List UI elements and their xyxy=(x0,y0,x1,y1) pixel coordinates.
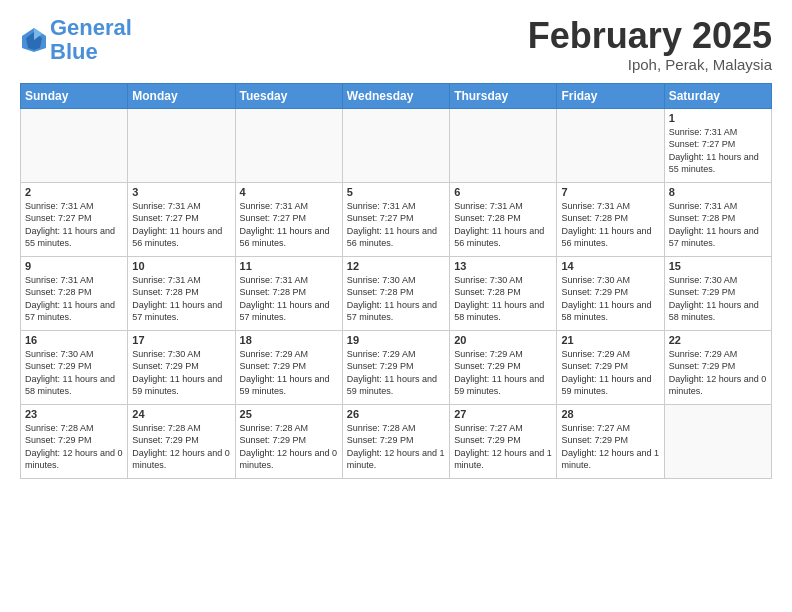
calendar-cell: 15Sunrise: 7:30 AM Sunset: 7:29 PM Dayli… xyxy=(664,256,771,330)
calendar-cell: 21Sunrise: 7:29 AM Sunset: 7:29 PM Dayli… xyxy=(557,330,664,404)
calendar-cell: 10Sunrise: 7:31 AM Sunset: 7:28 PM Dayli… xyxy=(128,256,235,330)
day-info: Sunrise: 7:29 AM Sunset: 7:29 PM Dayligh… xyxy=(561,348,659,398)
day-number: 22 xyxy=(669,334,767,346)
calendar-cell: 9Sunrise: 7:31 AM Sunset: 7:28 PM Daylig… xyxy=(21,256,128,330)
calendar-cell: 27Sunrise: 7:27 AM Sunset: 7:29 PM Dayli… xyxy=(450,404,557,478)
day-info: Sunrise: 7:29 AM Sunset: 7:29 PM Dayligh… xyxy=(454,348,552,398)
week-row-4: 16Sunrise: 7:30 AM Sunset: 7:29 PM Dayli… xyxy=(21,330,772,404)
day-number: 14 xyxy=(561,260,659,272)
col-header-friday: Friday xyxy=(557,83,664,108)
logo-text: General Blue xyxy=(50,16,132,64)
col-header-monday: Monday xyxy=(128,83,235,108)
week-row-3: 9Sunrise: 7:31 AM Sunset: 7:28 PM Daylig… xyxy=(21,256,772,330)
day-number: 21 xyxy=(561,334,659,346)
day-info: Sunrise: 7:31 AM Sunset: 7:28 PM Dayligh… xyxy=(25,274,123,324)
day-number: 5 xyxy=(347,186,445,198)
day-number: 15 xyxy=(669,260,767,272)
day-number: 17 xyxy=(132,334,230,346)
day-number: 24 xyxy=(132,408,230,420)
calendar-cell: 16Sunrise: 7:30 AM Sunset: 7:29 PM Dayli… xyxy=(21,330,128,404)
day-info: Sunrise: 7:31 AM Sunset: 7:27 PM Dayligh… xyxy=(240,200,338,250)
day-number: 25 xyxy=(240,408,338,420)
day-number: 7 xyxy=(561,186,659,198)
calendar-cell: 14Sunrise: 7:30 AM Sunset: 7:29 PM Dayli… xyxy=(557,256,664,330)
calendar-cell: 24Sunrise: 7:28 AM Sunset: 7:29 PM Dayli… xyxy=(128,404,235,478)
calendar-cell: 2Sunrise: 7:31 AM Sunset: 7:27 PM Daylig… xyxy=(21,182,128,256)
calendar-cell: 17Sunrise: 7:30 AM Sunset: 7:29 PM Dayli… xyxy=(128,330,235,404)
calendar-cell: 20Sunrise: 7:29 AM Sunset: 7:29 PM Dayli… xyxy=(450,330,557,404)
day-info: Sunrise: 7:30 AM Sunset: 7:28 PM Dayligh… xyxy=(347,274,445,324)
day-number: 4 xyxy=(240,186,338,198)
calendar-cell: 3Sunrise: 7:31 AM Sunset: 7:27 PM Daylig… xyxy=(128,182,235,256)
calendar-cell: 13Sunrise: 7:30 AM Sunset: 7:28 PM Dayli… xyxy=(450,256,557,330)
day-info: Sunrise: 7:31 AM Sunset: 7:28 PM Dayligh… xyxy=(240,274,338,324)
week-row-2: 2Sunrise: 7:31 AM Sunset: 7:27 PM Daylig… xyxy=(21,182,772,256)
day-number: 19 xyxy=(347,334,445,346)
calendar-cell xyxy=(21,108,128,182)
day-info: Sunrise: 7:30 AM Sunset: 7:28 PM Dayligh… xyxy=(454,274,552,324)
col-header-saturday: Saturday xyxy=(664,83,771,108)
day-number: 6 xyxy=(454,186,552,198)
day-info: Sunrise: 7:30 AM Sunset: 7:29 PM Dayligh… xyxy=(25,348,123,398)
day-info: Sunrise: 7:27 AM Sunset: 7:29 PM Dayligh… xyxy=(561,422,659,472)
calendar-cell: 11Sunrise: 7:31 AM Sunset: 7:28 PM Dayli… xyxy=(235,256,342,330)
month-title: February 2025 xyxy=(528,16,772,56)
logo-icon xyxy=(20,26,48,54)
day-number: 3 xyxy=(132,186,230,198)
day-info: Sunrise: 7:28 AM Sunset: 7:29 PM Dayligh… xyxy=(240,422,338,472)
day-info: Sunrise: 7:27 AM Sunset: 7:29 PM Dayligh… xyxy=(454,422,552,472)
calendar-table: SundayMondayTuesdayWednesdayThursdayFrid… xyxy=(20,83,772,479)
day-number: 8 xyxy=(669,186,767,198)
col-header-thursday: Thursday xyxy=(450,83,557,108)
logo-blue: Blue xyxy=(50,39,98,64)
calendar-cell xyxy=(664,404,771,478)
day-info: Sunrise: 7:30 AM Sunset: 7:29 PM Dayligh… xyxy=(561,274,659,324)
calendar-cell: 28Sunrise: 7:27 AM Sunset: 7:29 PM Dayli… xyxy=(557,404,664,478)
day-number: 18 xyxy=(240,334,338,346)
calendar-cell: 4Sunrise: 7:31 AM Sunset: 7:27 PM Daylig… xyxy=(235,182,342,256)
header: General Blue February 2025 Ipoh, Perak, … xyxy=(20,16,772,73)
day-info: Sunrise: 7:28 AM Sunset: 7:29 PM Dayligh… xyxy=(347,422,445,472)
title-block: February 2025 Ipoh, Perak, Malaysia xyxy=(528,16,772,73)
week-row-1: 1Sunrise: 7:31 AM Sunset: 7:27 PM Daylig… xyxy=(21,108,772,182)
calendar-cell xyxy=(557,108,664,182)
day-info: Sunrise: 7:31 AM Sunset: 7:27 PM Dayligh… xyxy=(25,200,123,250)
day-info: Sunrise: 7:31 AM Sunset: 7:27 PM Dayligh… xyxy=(669,126,767,176)
calendar-cell xyxy=(235,108,342,182)
calendar-cell: 12Sunrise: 7:30 AM Sunset: 7:28 PM Dayli… xyxy=(342,256,449,330)
day-info: Sunrise: 7:28 AM Sunset: 7:29 PM Dayligh… xyxy=(132,422,230,472)
page: General Blue February 2025 Ipoh, Perak, … xyxy=(0,0,792,489)
day-number: 9 xyxy=(25,260,123,272)
location: Ipoh, Perak, Malaysia xyxy=(528,56,772,73)
calendar-cell: 8Sunrise: 7:31 AM Sunset: 7:28 PM Daylig… xyxy=(664,182,771,256)
col-header-tuesday: Tuesday xyxy=(235,83,342,108)
day-number: 13 xyxy=(454,260,552,272)
day-number: 11 xyxy=(240,260,338,272)
day-info: Sunrise: 7:31 AM Sunset: 7:27 PM Dayligh… xyxy=(132,200,230,250)
day-number: 12 xyxy=(347,260,445,272)
calendar-cell: 19Sunrise: 7:29 AM Sunset: 7:29 PM Dayli… xyxy=(342,330,449,404)
calendar-cell xyxy=(450,108,557,182)
header-row: SundayMondayTuesdayWednesdayThursdayFrid… xyxy=(21,83,772,108)
day-number: 23 xyxy=(25,408,123,420)
day-info: Sunrise: 7:29 AM Sunset: 7:29 PM Dayligh… xyxy=(240,348,338,398)
calendar-cell: 22Sunrise: 7:29 AM Sunset: 7:29 PM Dayli… xyxy=(664,330,771,404)
calendar-cell: 1Sunrise: 7:31 AM Sunset: 7:27 PM Daylig… xyxy=(664,108,771,182)
col-header-sunday: Sunday xyxy=(21,83,128,108)
day-info: Sunrise: 7:31 AM Sunset: 7:28 PM Dayligh… xyxy=(454,200,552,250)
day-info: Sunrise: 7:28 AM Sunset: 7:29 PM Dayligh… xyxy=(25,422,123,472)
day-number: 10 xyxy=(132,260,230,272)
day-number: 27 xyxy=(454,408,552,420)
week-row-5: 23Sunrise: 7:28 AM Sunset: 7:29 PM Dayli… xyxy=(21,404,772,478)
day-number: 2 xyxy=(25,186,123,198)
calendar-cell xyxy=(128,108,235,182)
calendar-cell: 7Sunrise: 7:31 AM Sunset: 7:28 PM Daylig… xyxy=(557,182,664,256)
day-info: Sunrise: 7:31 AM Sunset: 7:28 PM Dayligh… xyxy=(669,200,767,250)
day-info: Sunrise: 7:29 AM Sunset: 7:29 PM Dayligh… xyxy=(347,348,445,398)
calendar-cell: 6Sunrise: 7:31 AM Sunset: 7:28 PM Daylig… xyxy=(450,182,557,256)
day-number: 1 xyxy=(669,112,767,124)
day-number: 28 xyxy=(561,408,659,420)
day-info: Sunrise: 7:30 AM Sunset: 7:29 PM Dayligh… xyxy=(669,274,767,324)
calendar-cell: 18Sunrise: 7:29 AM Sunset: 7:29 PM Dayli… xyxy=(235,330,342,404)
col-header-wednesday: Wednesday xyxy=(342,83,449,108)
